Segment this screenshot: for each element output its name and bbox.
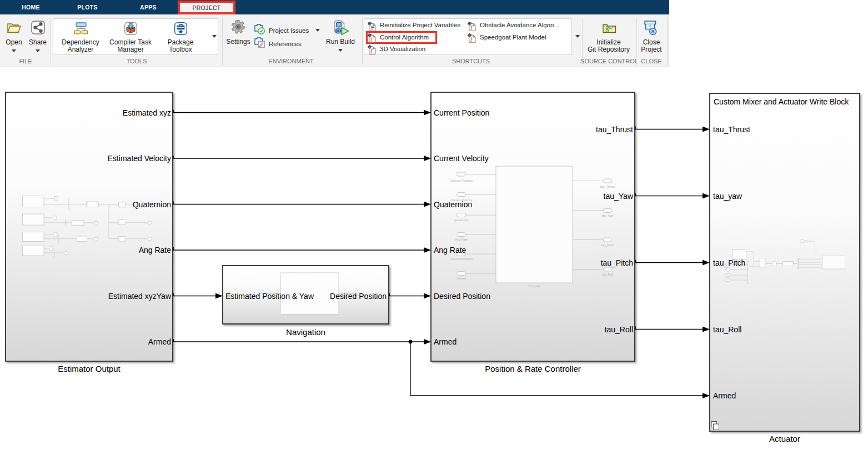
svg-text:Ang Rate: Ang Rate — [434, 246, 466, 255]
svg-text:Current Position: Current Position — [450, 179, 472, 182]
svg-text:tau_Thrust: tau_Thrust — [713, 125, 750, 134]
svg-text:Estimated Position & Yaw: Estimated Position & Yaw — [225, 292, 314, 301]
svg-text:Current Position: Current Position — [434, 108, 489, 117]
svg-text:tau_Roll: tau_Roll — [602, 273, 613, 276]
svg-text:Desired Position: Desired Position — [434, 292, 490, 301]
svg-text:Armed: Armed — [713, 391, 736, 400]
svg-text:Estimated Velocity: Estimated Velocity — [108, 154, 171, 163]
svg-text:Estimated xyzYaw: Estimated xyzYaw — [108, 292, 172, 301]
svg-text:tau_Yaw: tau_Yaw — [602, 214, 614, 217]
svg-text:Controller: Controller — [528, 285, 541, 288]
svg-text:Ang Rate: Ang Rate — [455, 238, 468, 241]
svg-text:Position & Rate Controller: Position & Rate Controller — [485, 364, 581, 373]
svg-text:Armed: Armed — [148, 337, 171, 346]
svg-text:tau_Thrust: tau_Thrust — [600, 185, 615, 188]
svg-text:Estimator Output: Estimator Output — [58, 364, 121, 373]
svg-text:Current Velocity: Current Velocity — [434, 154, 489, 163]
svg-text:Custom Mixer and Actuator Writ: Custom Mixer and Actuator Write Block — [714, 97, 849, 106]
svg-text:tau_Pitch: tau_Pitch — [601, 258, 633, 267]
svg-text:Navigation: Navigation — [286, 327, 325, 337]
svg-text:Armed: Armed — [434, 337, 456, 346]
svg-text:Quaternion: Quaternion — [454, 218, 469, 222]
svg-text:Desired Position: Desired Position — [330, 292, 387, 301]
svg-text:tau_Roll: tau_Roll — [605, 325, 633, 334]
svg-text:Desired Position: Desired Position — [450, 257, 473, 261]
svg-text:Quaternion: Quaternion — [434, 200, 472, 209]
svg-text:Quaternion: Quaternion — [133, 200, 171, 209]
svg-text:tau_Pitch: tau_Pitch — [713, 258, 745, 267]
svg-text:Ang Rate: Ang Rate — [139, 246, 172, 255]
svg-text:tau_Roll: tau_Roll — [713, 325, 741, 334]
svg-text:tau_Pitch: tau_Pitch — [601, 243, 614, 247]
svg-text:Estimated xyz: Estimated xyz — [123, 108, 171, 117]
svg-text:tau_Thrust: tau_Thrust — [596, 125, 633, 134]
svg-text:Armed: Armed — [457, 277, 466, 280]
svg-text:Actuator: Actuator — [769, 434, 800, 443]
svg-text:tau_yaw: tau_yaw — [713, 192, 742, 201]
svg-text:tau_Yaw: tau_Yaw — [604, 192, 634, 201]
